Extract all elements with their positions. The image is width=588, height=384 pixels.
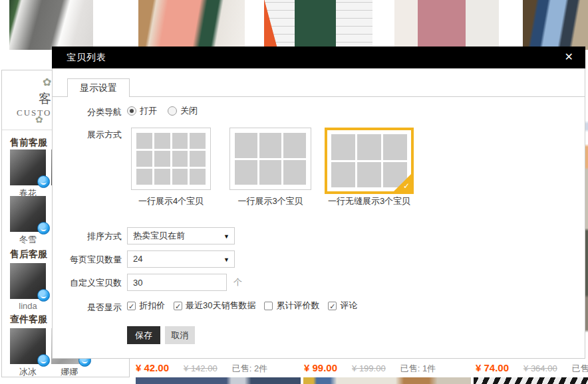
price-original: ¥ 199.00 (352, 363, 386, 373)
per-page-select-value: 24 (133, 254, 142, 264)
grid-preview (235, 133, 306, 185)
field-label-custom-count: 自定义宝贝数 (53, 277, 122, 289)
product-photo[interactable] (474, 377, 588, 384)
checkbox-label: 折扣价 (139, 300, 165, 312)
wangwang-chat-icon (37, 289, 50, 302)
product-price-row: ¥ 42.00 ¥ 142.00 已售: 2件 ¥ 99.00 ¥ 199.00… (130, 359, 588, 377)
per-page-row: 24 ▼ (127, 250, 235, 268)
avatar[interactable] (10, 328, 46, 364)
cs-member-name: 冰冰 (10, 366, 46, 378)
checkbox-total-reviews[interactable]: 累计评价数 (264, 300, 319, 312)
cs-member-name: linda (10, 301, 46, 311)
unit-label: 个 (233, 276, 242, 288)
product-photo[interactable] (264, 0, 372, 50)
product-photo[interactable] (136, 377, 301, 384)
avatar[interactable] (10, 149, 46, 185)
sort-select-value: 热卖宝贝在前 (133, 231, 185, 240)
field-label-category-nav: 分类导航 (53, 106, 122, 118)
price-current: ¥ 99.00 (304, 362, 337, 373)
avatar[interactable] (10, 263, 46, 299)
field-label-display-mode: 展示方式 (53, 129, 122, 141)
sort-row: 热卖宝贝在前 ▼ (127, 227, 235, 244)
cancel-button[interactable]: 取消 (165, 326, 195, 344)
field-label-sort: 排序方式 (53, 231, 122, 242)
product-price-group: ¥ 42.00 ¥ 142.00 已售: 2件 (136, 362, 267, 375)
checkbox-label: 评论 (340, 300, 357, 312)
display-option-3-seamless-selected[interactable]: ✓ (325, 128, 414, 194)
field-label-visibility: 是否显示 (53, 302, 122, 314)
wangwang-chat-icon (37, 354, 50, 367)
display-option-caption: 一行展示4个宝贝 (131, 195, 211, 207)
close-icon[interactable]: ✕ (565, 50, 573, 63)
per-page-select[interactable]: 24 ▼ (127, 250, 235, 268)
product-photo[interactable] (9, 0, 93, 50)
sold-count: 已售: 1件 (572, 363, 588, 375)
sort-select[interactable]: 热卖宝贝在前 ▼ (127, 227, 235, 244)
checkbox-checked-icon: ✓ (174, 302, 182, 310)
category-nav-radio-group: 打开 关闭 (127, 105, 198, 117)
save-button[interactable]: 保存 (127, 326, 160, 344)
page-behind-sliver (585, 68, 588, 359)
modal-footer-buttons: 保存 取消 (127, 326, 195, 344)
chevron-down-icon: ▼ (223, 251, 229, 268)
checkbox-comments[interactable]: ✓ 评论 (328, 300, 357, 312)
sold-count: 已售: 2件 (232, 363, 267, 375)
product-photo[interactable] (523, 0, 588, 50)
cs-member-name: 娜娜 (51, 366, 87, 378)
checkbox-unchecked-icon (264, 302, 273, 310)
visibility-checkbox-group: ✓ 折扣价 ✓ 最近30天销售数据 累计评价数 ✓ 评论 (127, 300, 357, 312)
display-option-caption: 一行无缝展示3个宝贝 (319, 195, 420, 207)
wangwang-chat-icon (37, 222, 50, 235)
checkbox-label: 累计评价数 (276, 300, 319, 312)
checkbox-checked-icon: ✓ (328, 302, 337, 310)
product-photo[interactable] (394, 0, 499, 50)
logo-en-text: CUSTO (17, 108, 51, 118)
product-price-group: ¥ 74.00 ¥ 364.00 已售: 1件 (476, 362, 588, 375)
modal-title: 宝贝列表 (67, 52, 106, 64)
leaf-ornament-icon: ✿ (43, 76, 51, 88)
radio-label: 打开 (140, 105, 157, 117)
radio-selected-icon (127, 106, 136, 116)
radio-label: 关闭 (180, 105, 198, 117)
price-current: ¥ 74.00 (476, 362, 509, 373)
radio-unselected-icon (168, 106, 177, 116)
custom-count-row: 个 (127, 274, 242, 291)
grid-preview (136, 133, 206, 185)
modal-header: 宝贝列表 ✕ (52, 47, 585, 68)
avatar[interactable] (10, 196, 46, 232)
radio-closed[interactable]: 关闭 (168, 105, 198, 117)
leaf-ornament-icon: ✿ (35, 114, 43, 125)
display-option-caption: 一行展示3个宝贝 (229, 195, 311, 207)
display-option-4-per-row[interactable] (131, 128, 211, 190)
display-option-3-per-row[interactable] (229, 128, 311, 190)
field-label-per-page: 每页宝贝数量 (53, 254, 122, 266)
sold-count: 已售: 1件 (400, 363, 436, 375)
custom-count-input[interactable] (127, 274, 227, 291)
price-current: ¥ 42.00 (136, 362, 169, 373)
price-original: ¥ 364.00 (523, 363, 557, 373)
chevron-down-icon: ▼ (223, 228, 229, 245)
product-photo[interactable] (138, 0, 245, 50)
product-list-settings-modal: 宝贝列表 ✕ 显示设置 分类导航 打开 关闭 展示方式 (52, 47, 585, 359)
product-price-group: ¥ 99.00 ¥ 199.00 已售: 1件 (304, 362, 436, 375)
price-original: ¥ 142.00 (184, 363, 218, 373)
tab-display-settings[interactable]: 显示设置 (67, 78, 130, 97)
checkbox-label: 最近30天销售数据 (186, 300, 255, 312)
checkbox-discount-price[interactable]: ✓ 折扣价 (127, 300, 165, 312)
wangwang-chat-icon (37, 175, 50, 188)
cs-member-name: 冬雪 (10, 234, 46, 246)
radio-open[interactable]: 打开 (127, 105, 157, 117)
tab-divider (53, 96, 585, 97)
logo-cn-text: 客 (39, 90, 51, 108)
product-photo[interactable] (303, 377, 471, 384)
checkbox-checked-icon: ✓ (127, 302, 136, 310)
checkbox-30day-sales[interactable]: ✓ 最近30天销售数据 (174, 300, 255, 312)
check-icon: ✓ (403, 181, 410, 191)
